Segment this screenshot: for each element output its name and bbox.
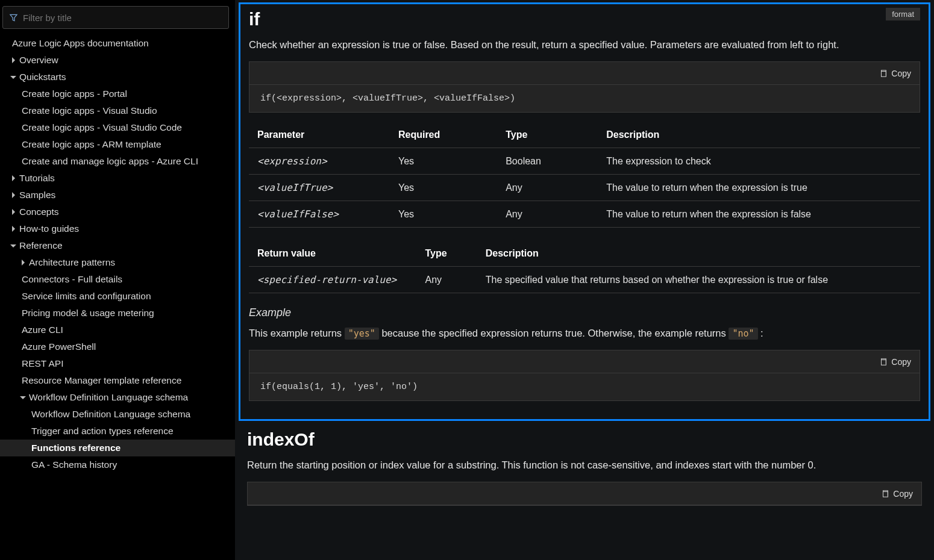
th-rtype: Type [417,241,477,267]
return-desc: The specified value that returns based o… [477,267,920,293]
return-type: Any [417,267,477,293]
return-table: Return value Type Description <specified… [249,241,920,293]
nav-item[interactable]: Reference [0,237,235,254]
copy-button[interactable]: Copy [879,357,911,367]
code-text-1: if(<expression>, <valueIfTrue>, <valueIf… [249,85,920,112]
filter-input[interactable] [23,13,222,23]
svg-rect-2 [883,491,888,497]
nav-item[interactable]: Resource Manager template reference [0,372,235,389]
format-tag: format [886,8,920,20]
copy-icon [879,358,888,366]
nav-item[interactable]: Create logic apps - ARM template [0,136,235,153]
table-row: <valueIfFalse>YesAnyThe value to return … [249,201,920,228]
nav-item[interactable]: GA - Schema history [0,456,235,473]
nav-item[interactable]: How-to guides [0,220,235,237]
filter-box[interactable] [2,6,229,29]
code-text-2: if(equals(1, 1), 'yes', 'no') [249,373,920,400]
section-indexof: indexOf Return the starting position or … [239,421,930,506]
nav-item[interactable]: Samples [0,187,235,204]
nav-item[interactable]: Create logic apps - Portal [0,86,235,102]
sidebar-nav: Azure Logic Apps documentation OverviewQ… [0,0,235,560]
nav-root[interactable]: Azure Logic Apps documentation [0,35,235,52]
copy-icon [881,490,889,498]
th-parameter: Parameter [249,122,390,148]
nav-item[interactable]: Tutorials [0,170,235,187]
nav-item[interactable]: Connectors - Full details [0,271,235,288]
table-row: <expression>YesBooleanThe expression to … [249,148,920,175]
nav-item[interactable]: Azure PowerShell [0,338,235,355]
nav-item[interactable]: Azure CLI [0,322,235,338]
svg-rect-1 [882,359,886,365]
copy-icon [879,69,888,78]
filter-icon [9,13,18,22]
nav-item[interactable]: Create and manage logic apps - Azure CLI [0,153,235,170]
example-sentence: This example returns "yes" because the s… [249,328,920,339]
nav-item[interactable]: Architecture patterns [0,254,235,271]
inline-code-yes: "yes" [345,328,379,340]
th-return: Return value [249,241,417,267]
copy-button[interactable]: Copy [881,489,913,499]
nav-item[interactable]: Concepts [0,204,235,220]
nav-item[interactable]: Trigger and action types reference [0,423,235,440]
nav-item[interactable]: Create logic apps - Visual Studio Code [0,119,235,136]
nav-item[interactable]: Overview [0,52,235,69]
fn-desc-indexof: Return the starting position or index va… [247,459,922,471]
fn-desc-if: Check whether an expression is true or f… [249,39,920,51]
th-type: Type [497,122,598,148]
nav-item[interactable]: Service limits and configuration [0,288,235,305]
nav-item[interactable]: Workflow Definition Language schema [0,389,235,406]
nav-item[interactable]: Workflow Definition Language schema [0,406,235,423]
th-rdesc: Description [477,241,920,267]
nav-item[interactable]: Pricing model & usage metering [0,305,235,322]
th-required: Required [390,122,497,148]
nav-item[interactable]: REST API [0,355,235,372]
inline-code-no: "no" [729,328,757,340]
copy-button[interactable]: Copy [879,69,911,78]
th-description: Description [598,122,920,148]
nav-item[interactable]: Functions reference [0,440,235,456]
section-if: format if Check whether an expression is… [239,2,930,421]
nav-item[interactable]: Quickstarts [0,69,235,86]
fn-title-if: if [249,9,920,30]
return-value: <specified-return-value> [257,274,396,285]
main-content: format if Check whether an expression is… [235,0,934,560]
code-block-2: Copy if(equals(1, 1), 'yes', 'no') [249,350,920,401]
nav-item[interactable]: Create logic apps - Visual Studio [0,102,235,119]
code-block-1: Copy if(<expression>, <valueIfTrue>, <va… [249,61,920,113]
fn-title-indexof: indexOf [247,429,922,450]
params-table: Parameter Required Type Description <exp… [249,122,920,228]
example-heading: Example [249,306,920,319]
code-block-3: Copy [247,482,922,506]
svg-rect-0 [882,71,886,76]
table-row: <valueIfTrue>YesAnyThe value to return w… [249,175,920,201]
